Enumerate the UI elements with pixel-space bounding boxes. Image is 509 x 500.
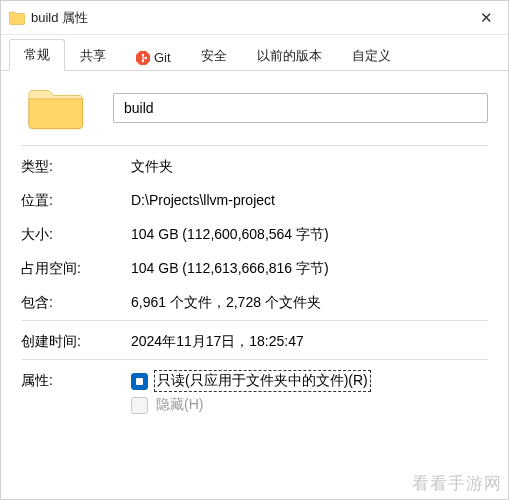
hidden-row: 隐藏(H) [131, 396, 488, 414]
tab-git-label: Git [154, 50, 171, 65]
contains-label: 包含: [21, 294, 131, 312]
folder-icon [9, 11, 25, 25]
attributes-section: 属性: 只读(只应用于文件夹中的文件)(R) 隐藏(H) [21, 372, 488, 414]
tab-git[interactable]: Git [121, 43, 186, 71]
created-label: 创建时间: [21, 333, 131, 351]
folder-large-icon [27, 85, 85, 131]
separator [21, 145, 488, 146]
folder-name-input[interactable]: build [113, 93, 488, 123]
type-label: 类型: [21, 158, 131, 176]
tab-sharing[interactable]: 共享 [65, 40, 121, 71]
tab-customize[interactable]: 自定义 [337, 40, 406, 71]
tab-previous-versions[interactable]: 以前的版本 [242, 40, 337, 71]
hidden-checkbox[interactable] [131, 397, 148, 414]
separator [21, 320, 488, 321]
header-row: build [21, 85, 488, 131]
hidden-label[interactable]: 隐藏(H) [156, 396, 203, 414]
tab-strip: 常规 共享 Git 安全 以前的版本 自定义 [1, 35, 508, 71]
properties-dialog: build 属性 ✕ 常规 共享 Git 安全 以前的版本 自定义 build [0, 0, 509, 500]
location-label: 位置: [21, 192, 131, 210]
tab-panel-general: build 类型: 文件夹 位置: D:\Projects\llvm-proje… [1, 71, 508, 499]
separator [21, 359, 488, 360]
location-value: D:\Projects\llvm-project [131, 192, 488, 210]
tab-general[interactable]: 常规 [9, 39, 65, 71]
close-button[interactable]: ✕ [474, 6, 498, 30]
properties-grid: 类型: 文件夹 位置: D:\Projects\llvm-project 大小:… [21, 158, 488, 312]
window-title: build 属性 [31, 9, 474, 27]
size-value: 104 GB (112,600,608,564 字节) [131, 226, 488, 244]
git-icon [136, 51, 150, 65]
readonly-checkbox[interactable] [131, 373, 148, 390]
size-label: 大小: [21, 226, 131, 244]
readonly-row: 只读(只应用于文件夹中的文件)(R) [131, 372, 488, 390]
titlebar: build 属性 ✕ [1, 1, 508, 35]
sizeondisk-label: 占用空间: [21, 260, 131, 278]
created-value: 2024年11月17日，18:25:47 [131, 333, 488, 351]
created-row: 创建时间: 2024年11月17日，18:25:47 [21, 333, 488, 351]
contains-value: 6,961 个文件，2,728 个文件夹 [131, 294, 488, 312]
tab-security[interactable]: 安全 [186, 40, 242, 71]
sizeondisk-value: 104 GB (112,613,666,816 字节) [131, 260, 488, 278]
readonly-label[interactable]: 只读(只应用于文件夹中的文件)(R) [156, 372, 369, 390]
attributes-label: 属性: [21, 372, 131, 390]
type-value: 文件夹 [131, 158, 488, 176]
